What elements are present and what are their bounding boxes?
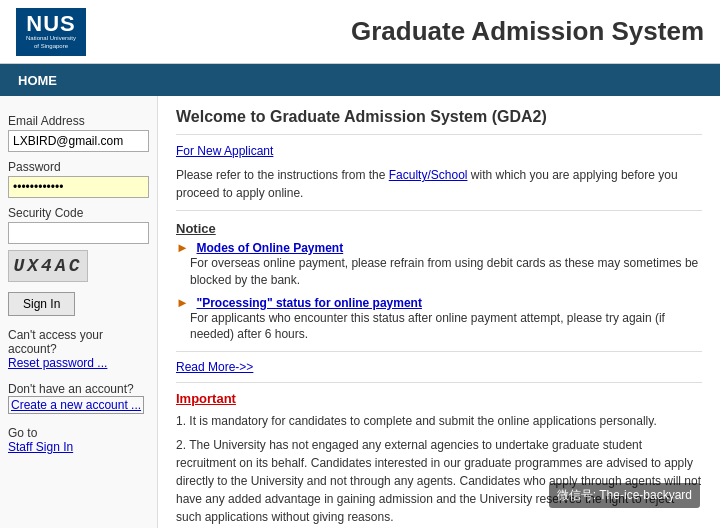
main-content: Welcome to Graduate Admission System (GD… bbox=[158, 96, 720, 528]
arrow-icon-2: ► bbox=[176, 295, 189, 310]
notice1-desc: For overseas online payment, please refr… bbox=[190, 255, 702, 289]
divider-3 bbox=[176, 351, 702, 352]
captcha-image: UX4AC bbox=[8, 250, 88, 282]
email-label: Email Address bbox=[8, 114, 149, 128]
logo-area: NUS National Universityof Singapore bbox=[16, 8, 86, 56]
important-text-2: 2. The University has not engaged any ex… bbox=[176, 436, 702, 526]
email-input[interactable] bbox=[8, 130, 149, 152]
intro-text-1: Please refer to the instructions from th… bbox=[176, 168, 389, 182]
navbar: HOME bbox=[0, 64, 720, 96]
cant-access-section: Can't access your account? Reset passwor… bbox=[8, 328, 149, 370]
faculty-school-link[interactable]: Faculty/School bbox=[389, 168, 468, 182]
go-to-section: Go to Staff Sign In bbox=[8, 426, 149, 454]
read-more-link[interactable]: Read More->> bbox=[176, 360, 702, 374]
cant-access-text: Can't access your account? bbox=[8, 328, 149, 356]
arrow-icon-1: ► bbox=[176, 240, 189, 255]
divider-4 bbox=[176, 382, 702, 383]
notice2-link[interactable]: "Processing" status for online payment bbox=[197, 296, 422, 310]
security-code-label: Security Code bbox=[8, 206, 149, 220]
nus-logo-text: NUS bbox=[26, 13, 75, 35]
create-account-link[interactable]: Create a new account ... bbox=[8, 396, 144, 414]
nus-logo-subtext: National Universityof Singapore bbox=[26, 35, 76, 49]
go-to-text: Go to bbox=[8, 426, 149, 440]
page-title: Graduate Admission System bbox=[351, 16, 704, 47]
important-header: Important bbox=[176, 391, 702, 406]
nus-logo: NUS National Universityof Singapore bbox=[16, 8, 86, 56]
notice-item-1: ► Modes of Online Payment For overseas o… bbox=[176, 240, 702, 289]
important-text-1: 1. It is mandatory for candidates to com… bbox=[176, 412, 702, 430]
staff-sign-in-link[interactable]: Staff Sign In bbox=[8, 440, 149, 454]
page-header: NUS National Universityof Singapore Grad… bbox=[0, 0, 720, 64]
reset-password-link[interactable]: Reset password ... bbox=[8, 356, 149, 370]
new-applicant-link[interactable]: For New Applicant bbox=[176, 144, 273, 158]
main-layout: Email Address Password Security Code UX4… bbox=[0, 96, 720, 528]
sidebar: Email Address Password Security Code UX4… bbox=[0, 96, 158, 528]
password-label: Password bbox=[8, 160, 149, 174]
notice-item-2: ► "Processing" status for online payment… bbox=[176, 295, 702, 344]
dont-have-text: Don't have an account? bbox=[8, 382, 149, 396]
notice2-desc: For applicants who encounter this status… bbox=[190, 310, 702, 344]
intro-paragraph: Please refer to the instructions from th… bbox=[176, 166, 702, 202]
password-input[interactable] bbox=[8, 176, 149, 198]
security-code-input[interactable] bbox=[8, 222, 149, 244]
nav-home-link[interactable]: HOME bbox=[0, 67, 75, 94]
notice-header: Notice bbox=[176, 221, 702, 236]
divider-2 bbox=[176, 210, 702, 211]
dont-have-account-section: Don't have an account? Create a new acco… bbox=[8, 382, 149, 414]
divider-1 bbox=[176, 134, 702, 135]
welcome-title: Welcome to Graduate Admission System (GD… bbox=[176, 108, 702, 126]
sign-in-button[interactable]: Sign In bbox=[8, 292, 75, 316]
notice1-link[interactable]: Modes of Online Payment bbox=[197, 241, 344, 255]
